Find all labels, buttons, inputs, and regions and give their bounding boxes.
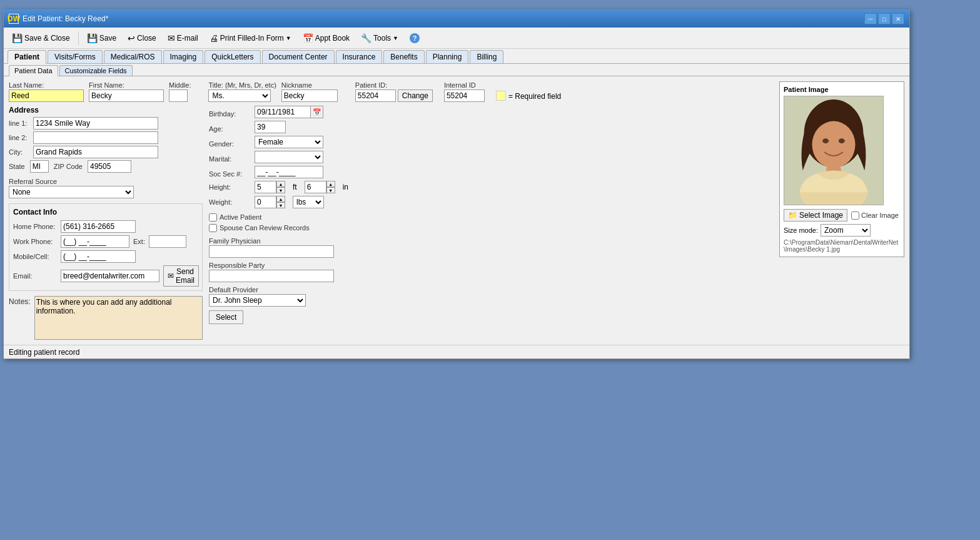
gender-label: Gender: [209,140,250,148]
height-ft-input[interactable] [255,181,276,193]
tab-visits-forms[interactable]: Visits/Forms [48,50,103,63]
weight-up[interactable]: ▲ [276,196,285,202]
spouse-review-checkbox[interactable] [209,224,217,232]
close-button[interactable]: ✕ [892,13,904,24]
name-row: Last Name: First Name: Middle: Title: (M… [9,81,773,102]
tab-planning[interactable]: Planning [426,50,469,63]
notes-label: Notes: [9,296,31,306]
height-ft-up[interactable]: ▲ [276,181,285,187]
select-button[interactable]: Select [209,310,243,324]
patient-id-input[interactable] [355,89,396,102]
image-buttons: 📁 Select Image Clear Image [784,209,900,222]
internal-id-label: Internal ID [444,81,485,89]
age-row: Age: [209,121,346,133]
required-text: = Required field [508,92,561,101]
select-image-button[interactable]: 📁 Select Image [784,209,847,222]
notes-textarea[interactable]: This is where you can add any additional… [34,296,203,340]
gender-row: Gender: Female Male [209,136,346,148]
default-provider-select[interactable]: Dr. John Sleep [209,294,306,307]
title-select[interactable]: Ms. Mr. Mrs. Dr. [208,89,271,102]
calendar-button[interactable]: 📅 [311,106,323,118]
marital-select[interactable]: Single Married [255,151,323,163]
tab-patient[interactable]: Patient [8,50,46,64]
height-in-down[interactable]: ▼ [326,187,335,193]
save-close-icon: 💾 [12,33,23,43]
print-button[interactable]: 🖨 Print Filled-In Form ▼ [205,30,296,46]
middle-input[interactable] [169,89,188,102]
referral-select[interactable]: None [9,186,134,198]
patient-id-label: Patient ID: [355,81,433,89]
address-line1-input[interactable] [33,117,158,130]
email-button[interactable]: ✉ E-mail [163,30,203,46]
height-ft-down[interactable]: ▼ [276,187,285,193]
nickname-input[interactable] [281,89,338,102]
form-area: Last Name: First Name: Middle: Title: (M… [9,81,773,340]
weight-down[interactable]: ▼ [276,202,285,208]
state-input[interactable] [30,160,49,173]
minimize-button[interactable]: ─ [864,13,877,24]
weight-input[interactable] [255,196,276,208]
sub-tab-customizable-fields[interactable]: Customizable Fields [59,65,133,76]
sub-tab-patient-data[interactable]: Patient Data [9,65,58,76]
size-mode-select[interactable]: Zoom Fit Stretch [821,224,871,237]
state-label: State [9,163,25,170]
tab-benefits[interactable]: Benefits [383,50,424,63]
soc-sec-input[interactable] [255,166,323,178]
home-phone-input[interactable] [61,220,136,233]
height-label: Height: [209,183,250,191]
referral-section: Referral Source None [9,178,203,198]
family-physician-input[interactable] [209,245,334,258]
work-phone-input[interactable] [61,235,129,248]
birthday-input[interactable] [255,106,311,118]
tab-insurance[interactable]: Insurance [336,50,383,63]
maximize-button[interactable]: □ [878,13,891,24]
weight-label: Weight: [209,198,250,206]
image-path: C:\ProgramData\Nieman\DentalWriterNet\Im… [784,239,900,253]
change-button[interactable]: Change [398,89,433,102]
first-name-input[interactable] [89,89,164,102]
weight-unit-select[interactable]: lbs kg [293,196,324,208]
zip-input[interactable] [88,160,131,173]
responsible-party-label: Responsible Party [209,262,346,269]
default-provider-section: Default Provider Dr. John Sleep [209,286,346,307]
city-input[interactable] [33,146,158,158]
appt-book-button[interactable]: 📅 Appt Book [298,30,354,46]
height-in-input[interactable] [305,181,326,193]
save-button[interactable]: 💾 Save [83,30,121,46]
height-in-up[interactable]: ▲ [326,181,335,187]
last-name-group: Last Name: [9,81,84,102]
responsible-party-input[interactable] [209,270,334,282]
patient-image-box: Patient Image [779,81,904,257]
send-email-button[interactable]: ✉ Send Email [163,265,199,287]
tools-dropdown-arrow: ▼ [393,35,398,41]
active-patient-checkbox[interactable] [209,213,217,222]
help-button[interactable]: ? [405,30,424,46]
contact-title: Contact Info [13,208,198,217]
tab-imaging[interactable]: Imaging [163,50,204,63]
gender-select[interactable]: Female Male [255,136,323,148]
weight-spinner: ▲ ▼ [276,196,285,208]
tab-billing[interactable]: Billing [470,50,503,63]
age-input[interactable] [255,121,286,133]
height-in-spinner: ▲ ▼ [326,181,335,193]
close-button-toolbar[interactable]: ↩ Close [123,30,161,46]
internal-id-group: Internal ID [444,81,485,102]
internal-id-input[interactable] [444,89,485,102]
tab-document-center[interactable]: Document Center [262,50,335,63]
title-bar: DW Edit Patient: Becky Reed* ─ □ ✕ [4,10,909,28]
address-line2-input[interactable] [33,131,158,144]
clear-image-checkbox[interactable] [851,211,859,220]
tab-medical-ros[interactable]: Medical/ROS [104,50,162,63]
tools-button[interactable]: 🔧 Tools ▼ [356,30,403,46]
email-input[interactable] [61,270,159,282]
save-close-button[interactable]: 💾 Save & Close [8,30,74,46]
size-mode-row: Size mode: Zoom Fit Stretch [784,224,900,237]
middle-label: Middle: [169,81,191,89]
mobile-input[interactable] [61,250,136,263]
patient-image-title: Patient Image [784,86,900,93]
birthday-row: Birthday: 📅 [209,106,346,118]
status-bar: Editing patient record [4,345,909,359]
tab-quickletters[interactable]: QuickLetters [205,50,260,63]
last-name-input[interactable] [9,89,84,102]
ext-input[interactable] [149,235,186,248]
